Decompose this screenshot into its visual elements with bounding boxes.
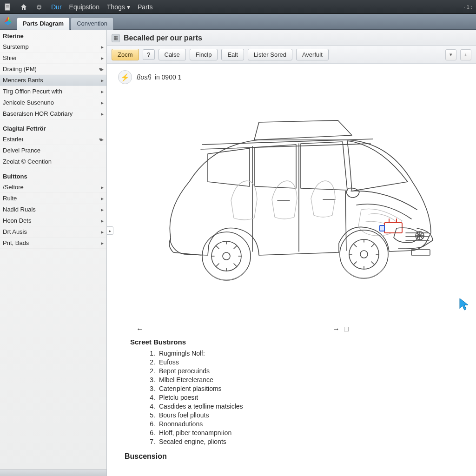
content-area: ▦ Becalled per our parts Zocm ? Calse Fi… xyxy=(107,30,476,476)
sidebar-item-label: Drt Ausis xyxy=(3,228,27,235)
tab-convention[interactable]: Convention xyxy=(71,17,113,30)
lister-sored-button[interactable]: Lister Sored xyxy=(248,49,292,60)
list-item[interactable]: 2.Bepot perocuinds xyxy=(147,366,453,375)
menu-parts[interactable]: Parts xyxy=(138,3,153,11)
sidebar-item[interactable]: Nadid Ruals▸ xyxy=(0,204,106,215)
sidebar-item-label: Pnt, Bads xyxy=(3,239,29,246)
list-item-text: Casdides a teolline matsicles xyxy=(159,403,243,410)
sidebar-item-label: Shieı xyxy=(3,54,17,61)
chevron-right-icon: ▸ xyxy=(101,44,103,50)
vehicle-diagram[interactable] xyxy=(116,89,467,321)
chevron-right-icon: ▾▸ xyxy=(99,66,103,73)
footer-heading: Buscension xyxy=(125,452,458,461)
menu-thogs-label: Thogs xyxy=(107,3,125,11)
bolt-icon: ⚡ xyxy=(118,70,132,84)
sidebar-item[interactable]: Tirg Offion Pecurt with▸ xyxy=(0,86,106,97)
list-item-number: 6. xyxy=(147,420,155,428)
svg-rect-1 xyxy=(6,5,9,6)
sidebar-item[interactable]: Jenicole Susenuno▸ xyxy=(0,97,106,108)
chevron-right-icon: ▸ xyxy=(101,88,103,95)
sidebar-item[interactable]: Pnt, Bads▸ xyxy=(0,238,106,249)
chevron-right-icon: ▸ xyxy=(101,218,103,224)
list-item[interactable]: 4.Pletclu poesıt xyxy=(147,393,453,402)
diagram-stage: ▸ ⚡ ßosß in 0900 1 xyxy=(107,64,476,476)
parts-list-section: Screet Bustırons 1.Rugmingls Nolf:2.Eufo… xyxy=(116,334,467,446)
sidebar-item-label: Baseralson HOR Cabriary xyxy=(3,110,73,117)
sidebar-item[interactable]: /Seltore▸ xyxy=(0,182,106,193)
list-item-number: 5. xyxy=(147,411,155,419)
parts-list-heading: Screet Bustırons xyxy=(130,338,453,346)
sidebar-item-label: Hoon Dets xyxy=(3,217,31,224)
sidebar-group-header: Rterine xyxy=(0,30,106,41)
sidebar-item[interactable]: Surstemp▸ xyxy=(0,41,106,53)
sidebar: RterineSurstemp▸Shieı▸Draiing (PM)▾▸Menc… xyxy=(0,30,107,476)
sidebar-item[interactable]: Hoon Dets▸ xyxy=(0,215,106,226)
list-item[interactable]: 3.Caterıplent plasitioms xyxy=(147,384,453,393)
menu-thogs[interactable]: Thogs ▾ xyxy=(107,3,130,11)
list-item[interactable]: 6.Hloff, piber teonampnıion xyxy=(147,428,453,437)
list-item[interactable]: 7.Secaled engine, plionts xyxy=(147,437,453,446)
menu-equipstion[interactable]: Equipstion xyxy=(69,3,99,11)
sidebar-item[interactable]: Mencers Bants▸ xyxy=(0,75,106,86)
page-doc-icon: ▦ xyxy=(112,34,120,42)
calse-button[interactable]: Calse xyxy=(159,49,186,60)
list-item-text: Bours foel pllouts xyxy=(159,411,209,419)
sidebar-item[interactable]: Drt Ausis▸ xyxy=(0,226,106,238)
list-item[interactable]: 1.Rugmingls Nolf: xyxy=(147,349,453,357)
plug-icon[interactable] xyxy=(35,3,44,11)
list-item-text: Hloff, piber teonampnıion xyxy=(159,429,231,436)
list-item-number: 1. xyxy=(147,350,155,357)
topbar: Dur Equipstion Thogs ▾ Parts · 1 : xyxy=(0,0,476,14)
tab-parts-diagram[interactable]: Parts Diagram xyxy=(17,17,70,30)
sidebar-item-label: Jenicole Susenuno xyxy=(3,99,54,106)
tabbar: Parts Diagram Convention xyxy=(0,14,476,30)
chevron-down-icon: ▾ xyxy=(127,3,130,11)
list-item-number: 2. xyxy=(147,367,155,375)
sidebar-item[interactable]: Rulte▸ xyxy=(0,193,106,204)
averfult-button[interactable]: Averfult xyxy=(296,49,329,60)
menu-dur[interactable]: Dur xyxy=(51,3,62,11)
sidebar-item[interactable]: Baseralson HOR Cabriary▸ xyxy=(0,108,106,119)
list-item[interactable]: 2.Eufoss xyxy=(147,357,453,366)
help-button[interactable]: ? xyxy=(143,49,155,60)
toolbar-plus-button[interactable]: + xyxy=(460,49,471,60)
svg-rect-5 xyxy=(380,225,384,231)
sidebar-item[interactable]: Zeolat © Ceention xyxy=(0,156,106,167)
expand-handle[interactable]: ▸ xyxy=(107,226,113,235)
list-item-number: 4. xyxy=(147,403,155,410)
zoom-button[interactable]: Zocm xyxy=(112,49,139,60)
toolbar-dropdown[interactable]: ▾ xyxy=(445,49,456,60)
cursor-icon xyxy=(458,298,470,313)
sidebar-resize-handle[interactable] xyxy=(0,469,106,476)
app-logo-icon xyxy=(3,16,13,26)
list-item-text: Bepot perocuinds xyxy=(159,367,210,375)
list-item-text: Eufoss xyxy=(159,358,179,366)
next-diagram-button[interactable]: → xyxy=(331,324,341,334)
list-item-text: Rugmingls Nolf: xyxy=(159,350,205,357)
sidebar-item[interactable]: Estarleı▾▸ xyxy=(0,134,106,145)
sidebar-item[interactable]: Draiing (PM)▾▸ xyxy=(0,64,106,75)
list-item-number: 6. xyxy=(147,429,155,436)
sidebar-item-label: Rulte xyxy=(3,195,17,202)
list-item[interactable]: 6.Roonnadutions xyxy=(147,419,453,428)
top-right-indicator: · 1 : xyxy=(464,4,472,10)
svg-rect-2 xyxy=(6,6,9,7)
svg-point-13 xyxy=(360,251,368,258)
home-icon[interactable] xyxy=(20,3,28,11)
content-header: ▦ Becalled per our parts xyxy=(107,30,476,46)
sidebar-item[interactable]: Delvel Prance xyxy=(0,145,106,156)
sidebar-item[interactable]: Shieı▸ xyxy=(0,53,106,64)
prev-diagram-button[interactable]: ← xyxy=(135,324,145,334)
list-item[interactable]: 5.Bours foel pllouts xyxy=(147,410,453,419)
list-item[interactable]: 3.Mlbel Eterelerance xyxy=(147,375,453,384)
chevron-right-icon: ▸ xyxy=(101,55,103,61)
chevron-right-icon: ▸ xyxy=(101,99,103,106)
finclp-button[interactable]: Finclp xyxy=(190,49,218,60)
doc-icon[interactable] xyxy=(4,3,12,11)
content-toolbar: Zocm ? Calse Finclp Ealt Lister Sored Av… xyxy=(107,46,476,64)
svg-point-10 xyxy=(223,252,230,260)
sidebar-item-label: Tirg Offion Pecurt with xyxy=(3,88,62,95)
sidebar-item-label: Draiing (PM) xyxy=(3,66,37,73)
list-item[interactable]: 4.Casdides a teolline matsicles xyxy=(147,402,453,410)
ealt-button[interactable]: Ealt xyxy=(221,49,244,60)
